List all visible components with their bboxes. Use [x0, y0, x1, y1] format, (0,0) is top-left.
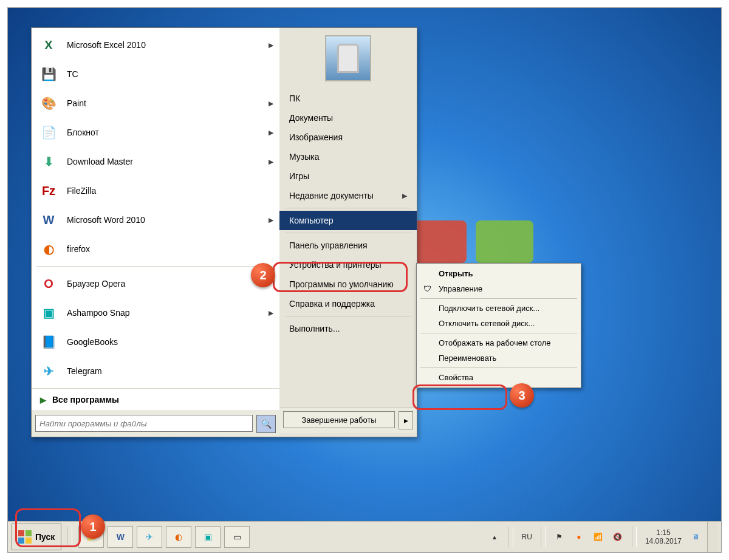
annotation-badge-3: 3: [510, 383, 534, 408]
telegram-icon: ✈: [38, 360, 60, 382]
all-programs-item[interactable]: ▶ Все программы: [32, 388, 279, 411]
context-menu: Открыть🛡УправлениеПодключить сетевой дис…: [416, 263, 581, 388]
chevron-right-icon: ▶: [269, 129, 273, 137]
taskbar-divider: [541, 527, 546, 547]
taskbar-divider: [508, 527, 513, 547]
start-menu-item-label: Download Master: [67, 157, 261, 166]
paint-icon: 🎨: [38, 92, 60, 114]
start-menu-right-item[interactable]: Устройства и принтеры: [279, 255, 417, 275]
shutdown-button[interactable]: Завершение работы: [283, 411, 395, 428]
chevron-right-icon: ▸: [404, 415, 408, 425]
start-menu-right-label: Изображения: [289, 132, 407, 142]
taskbar-app-firefox[interactable]: ◐: [166, 526, 191, 548]
chevron-right-icon: ▶: [269, 216, 273, 224]
start-menu-right-label: Выполнить...: [289, 324, 407, 333]
language-indicator[interactable]: RU: [522, 533, 532, 541]
context-menu-item-label: Свойства: [439, 373, 473, 382]
start-menu-right-label: Музыка: [289, 152, 407, 162]
start-menu-item[interactable]: 🎨Paint▶: [32, 89, 279, 118]
start-menu-item-label: Ashampoo Snap: [67, 308, 261, 318]
start-menu-right-item[interactable]: Компьютер: [279, 211, 417, 230]
start-button-label: Пуск: [35, 532, 55, 542]
start-button[interactable]: Пуск: [12, 524, 61, 550]
firefox-icon: ◐: [38, 238, 60, 260]
start-menu-right-item[interactable]: Музыка: [279, 147, 417, 166]
start-menu-item-label: Telegram: [67, 366, 273, 376]
start-menu-item[interactable]: ◐firefox: [32, 234, 279, 264]
start-menu-item[interactable]: ⬇Download Master▶: [32, 147, 279, 176]
annotation-badge-1: 1: [81, 514, 105, 539]
start-menu-item[interactable]: XMicrosoft Excel 2010▶: [32, 30, 279, 60]
context-menu-item-label: Открыть: [439, 269, 473, 278]
start-menu-item[interactable]: OБраузер Opera: [32, 269, 279, 298]
start-menu-item[interactable]: ✈Telegram: [32, 357, 279, 386]
start-menu-item[interactable]: 💾TC: [32, 60, 279, 89]
clock[interactable]: 1:15 14.08.2017: [645, 528, 682, 546]
clock-date: 14.08.2017: [645, 537, 682, 545]
taskbar-app-telegram[interactable]: ✈: [137, 526, 162, 548]
start-menu-right-label: Недавние документы: [289, 191, 402, 200]
start-menu-right-item[interactable]: Выполнить...: [279, 319, 417, 338]
tray-expand-icon[interactable]: ▴: [489, 531, 500, 542]
context-menu-item-label: Отключить сетевой диск...: [439, 319, 535, 328]
context-menu-item[interactable]: Подключить сетевой диск...: [417, 301, 581, 316]
chevron-right-icon: ▶: [40, 395, 46, 405]
context-menu-item[interactable]: 🛡Управление: [417, 281, 581, 296]
separator: [420, 367, 577, 368]
start-menu-right-item[interactable]: Недавние документы▶: [279, 186, 417, 205]
chevron-right-icon: ▶: [269, 100, 273, 108]
start-menu-right-item[interactable]: Панель управления: [279, 236, 417, 255]
context-menu-item[interactable]: Свойства: [417, 370, 581, 385]
context-menu-item-label: Переименовать: [439, 353, 496, 363]
start-menu-right-item[interactable]: Игры: [279, 166, 417, 186]
start-menu-item[interactable]: 📄Блокнот▶: [32, 118, 279, 147]
start-menu-right-item[interactable]: ПК: [279, 89, 417, 108]
opera-icon: O: [38, 273, 60, 295]
context-menu-item-label: Отображать на рабочем столе: [439, 338, 551, 347]
start-menu-item[interactable]: ▣Ashampoo Snap▶: [32, 298, 279, 327]
start-menu-item-label: TC: [67, 69, 273, 79]
start-menu-item-label: Microsoft Excel 2010: [67, 40, 261, 50]
search-button[interactable]: 🔍: [256, 415, 276, 433]
taskbar-app-word[interactable]: W: [108, 526, 133, 548]
context-menu-item[interactable]: Переименовать: [417, 350, 581, 366]
separator: [286, 233, 411, 233]
chevron-right-icon: ▶: [402, 192, 407, 200]
volume-icon[interactable]: 🔇: [612, 531, 623, 542]
start-menu-item-label: Microsoft Word 2010: [67, 215, 261, 225]
context-menu-item[interactable]: Отключить сетевой диск...: [417, 316, 581, 331]
separator: [420, 333, 577, 333]
word-icon: W: [38, 209, 60, 231]
start-menu-right-label: Панель управления: [289, 241, 407, 250]
shutdown-options-button[interactable]: ▸: [399, 411, 413, 429]
start-menu-right-item[interactable]: Справка и поддержка: [279, 294, 417, 313]
start-menu-item-label: firefox: [67, 244, 273, 254]
taskbar-app-generic[interactable]: ▭: [224, 526, 250, 548]
notepad-icon: 📄: [38, 121, 60, 143]
chevron-right-icon: ▶: [269, 158, 273, 166]
start-menu-right-item[interactable]: Изображения: [279, 128, 417, 147]
start-menu-item-label: Браузер Opera: [67, 279, 273, 289]
search-input[interactable]: [35, 415, 253, 432]
chevron-right-icon: ▶: [269, 41, 273, 49]
context-menu-item-label: Подключить сетевой диск...: [439, 304, 539, 313]
tray-monitor-icon[interactable]: 🖥: [690, 531, 701, 542]
context-menu-item-label: Управление: [439, 284, 482, 293]
all-programs-label: Все программы: [52, 395, 119, 405]
taskbar-app-snap[interactable]: ▣: [195, 526, 221, 548]
start-menu-item[interactable]: WMicrosoft Word 2010▶: [32, 205, 279, 234]
start-menu-right-label: Устройства и принтеры: [289, 260, 407, 270]
context-menu-item[interactable]: Отображать на рабочем столе: [417, 335, 581, 350]
start-menu-right-label: Документы: [289, 113, 407, 123]
show-desktop-button[interactable]: [707, 522, 717, 552]
start-menu-item-label: FileZilla: [67, 186, 273, 196]
start-menu-item[interactable]: FzFileZilla: [32, 176, 279, 205]
start-menu-right-item[interactable]: Документы: [279, 108, 417, 128]
start-menu-right-item[interactable]: Программы по умолчанию: [279, 275, 417, 294]
start-menu-item[interactable]: 📘GoogleBooks: [32, 327, 279, 357]
action-center-icon[interactable]: ⚑: [554, 531, 565, 542]
network-icon[interactable]: 📶: [593, 531, 604, 542]
context-menu-item[interactable]: Открыть: [417, 266, 581, 281]
user-picture-icon[interactable]: [325, 35, 371, 81]
antivirus-icon[interactable]: ●: [573, 531, 584, 542]
